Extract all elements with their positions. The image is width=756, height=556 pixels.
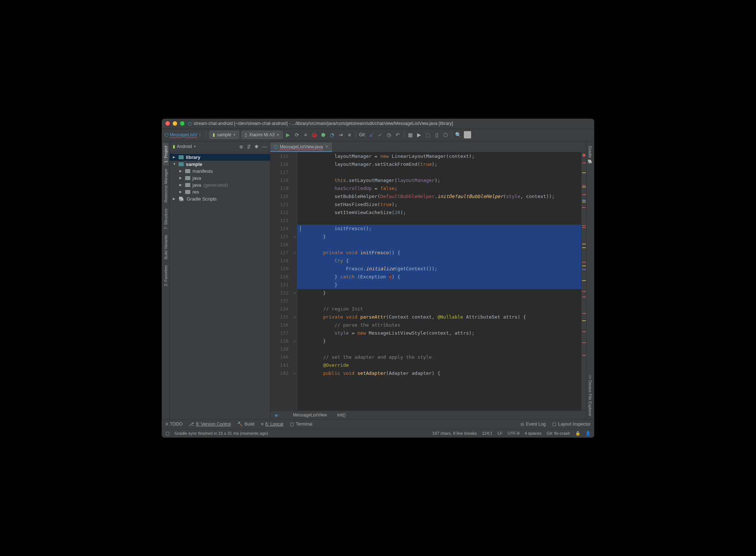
layout-inspector-icon: ▢ [552, 422, 556, 427]
folder-icon [185, 190, 190, 194]
status-message: Gradle sync finished in 15 s 31 ms (mome… [175, 431, 268, 435]
attach-debugger-icon[interactable]: ⇥ [337, 132, 344, 138]
class-icon [165, 133, 168, 137]
event-log-icon: ◎ [520, 422, 524, 427]
tree-label: java [192, 175, 201, 181]
maximize-window-button[interactable] [180, 121, 184, 126]
apply-changes-icon[interactable]: ⟳ [294, 132, 300, 138]
device-label: Xiaomi Mi A3 [249, 132, 275, 137]
profiler-icon[interactable]: ◔ [329, 132, 335, 138]
separator [206, 131, 206, 138]
coverage-icon[interactable]: ⬢ [320, 132, 327, 138]
error-stripe[interactable] [581, 152, 586, 411]
gradle-tool-tab[interactable]: Gradle 🐘 [587, 143, 593, 167]
build-tool-tab[interactable]: 🔨Build [237, 422, 255, 427]
nav-breadcrumb[interactable]: MessageListV 〉 [165, 132, 203, 138]
left-tool-rail: 1: Project Resource Manager 7: Structure… [162, 141, 170, 419]
ide-body: 1: Project Resource Manager 7: Structure… [162, 141, 594, 419]
module-icon [179, 162, 184, 166]
right-tool-rail: Gradle 🐘 ▯ Device File Explorer [586, 141, 594, 419]
code-editor[interactable]: 1151161171181191201211221231241251261271… [270, 152, 586, 411]
logcat-tool-tab[interactable]: ≡6: Logcat [261, 422, 283, 427]
inspector-icon[interactable]: 👤 [585, 431, 591, 436]
tree-item-java[interactable]: ▶java [170, 175, 270, 182]
resource-manager-tool-tab[interactable]: Resource Manager [163, 165, 169, 206]
line-ending[interactable]: LF [497, 431, 502, 435]
editor-tabs: MessageListView.java ✕ [270, 141, 586, 152]
tree-label-suffix: (generated) [203, 182, 228, 188]
breadcrumb-class[interactable]: MessageListView [293, 412, 327, 418]
git-history-icon[interactable]: ◷ [386, 132, 392, 138]
tree-item-gradle-scripts[interactable]: ▶🐘Gradle Scripts [170, 195, 270, 202]
device-dropdown[interactable]: ▯ Xiaomi Mi A3 ▼ [241, 131, 283, 139]
sync-icon[interactable]: ⬡ [442, 132, 449, 138]
separator [452, 131, 452, 138]
run-config-dropdown[interactable]: ▮ sample ▼ [209, 131, 239, 139]
tree-item-library[interactable]: ▶library [170, 154, 270, 161]
minimize-window-button[interactable] [173, 121, 177, 126]
project-view-dropdown[interactable]: ▮ Android ▼ [173, 144, 196, 149]
folder-icon [185, 169, 190, 173]
collapse-all-icon[interactable]: ⇵ [247, 144, 251, 149]
status-bar: ▢ Gradle sync finished in 15 s 31 ms (mo… [162, 429, 594, 438]
layout-inspector-tool-tab[interactable]: ▢Layout Inspector [552, 422, 591, 427]
breadcrumb-method[interactable]: init() [337, 412, 345, 418]
user-avatar[interactable] [464, 131, 471, 138]
structure-tool-tab[interactable]: 7: Structure [163, 206, 169, 232]
tree-item-java-generated[interactable]: ▶java (generated) [170, 182, 270, 188]
git-branch[interactable]: Git: fix-crash [546, 431, 570, 435]
branch-icon: ⎇ [189, 422, 194, 427]
tree-item-res[interactable]: ▶res [170, 188, 270, 195]
search-icon[interactable]: 🔍 [455, 132, 462, 138]
status-icon[interactable]: ▢ [165, 431, 169, 436]
project-view-label: Android [177, 144, 192, 149]
git-commit-icon[interactable]: ✓ [377, 132, 383, 138]
git-label: Git: [359, 132, 366, 137]
tree-item-sample[interactable]: ▼sample [170, 161, 270, 168]
build-variants-tool-tab[interactable]: Build Variants [163, 232, 169, 262]
class-icon [188, 122, 192, 126]
hide-icon[interactable]: — [262, 144, 267, 149]
run-button[interactable]: ▶ [285, 132, 291, 138]
debug-button[interactable]: 🐞 [311, 132, 318, 138]
project-tool-tab[interactable]: 1: Project [163, 143, 169, 165]
avd-manager-icon[interactable]: ▶ [416, 132, 423, 138]
git-update-icon[interactable]: ↙ [368, 132, 375, 138]
select-opened-file-icon[interactable]: ⊕ [239, 144, 243, 149]
tree-label: manifests [192, 168, 213, 174]
event-log-tool-tab[interactable]: ◎Event Log [520, 422, 546, 427]
ide-window: stream-chat-android [~/dev/stream-chat-a… [162, 119, 594, 438]
gradle-icon: 🐘 [179, 196, 184, 202]
sdk-manager-icon[interactable]: ⬚ [425, 132, 431, 138]
stop-button[interactable]: ■ [346, 132, 353, 138]
terminal-tool-tab[interactable]: ▢Terminal [290, 422, 312, 427]
editor-tab[interactable]: MessageListView.java ✕ [270, 142, 332, 152]
resource-manager-icon[interactable]: ▯ [434, 132, 440, 138]
settings-icon[interactable]: ✱ [255, 144, 259, 149]
terminal-icon: ▢ [290, 422, 294, 427]
titlebar: stream-chat-android [~/dev/stream-chat-a… [162, 119, 594, 129]
folder-icon [185, 183, 190, 187]
device-file-explorer-tool-tab[interactable]: ▯ Device File Explorer [587, 372, 593, 419]
override-gutter-icon[interactable]: ◉↑ [275, 413, 280, 417]
version-control-tool-tab[interactable]: ⎇9: Version Control [189, 422, 230, 427]
close-window-button[interactable] [165, 121, 170, 126]
close-tab-icon[interactable]: ✕ [325, 144, 328, 149]
favorites-tool-tab[interactable]: 2: Favorites [163, 262, 169, 289]
project-tree[interactable]: ▶library ▼sample ▶manifests ▶java ▶java … [170, 152, 270, 419]
code-content[interactable]: layoutManager = new LinearLayoutManager(… [297, 152, 581, 411]
git-revert-icon[interactable]: ↶ [394, 132, 401, 138]
file-encoding[interactable]: UTF-8 [508, 431, 520, 435]
caret-position[interactable]: 124:1 [482, 431, 493, 435]
hammer-icon: 🔨 [237, 422, 243, 427]
project-structure-icon[interactable]: ▦ [407, 132, 414, 138]
logcat-icon: ≡ [261, 422, 264, 427]
breadcrumb-bar: ◉↑ MessageListView 〉 init() [270, 411, 586, 419]
todo-tool-tab[interactable]: ≡TODO [165, 422, 182, 427]
window-controls [165, 121, 184, 126]
project-sidebar: ▮ Android ▼ ⊕ ⇵ ✱ — ▶library ▼sample [170, 141, 270, 419]
indent-setting[interactable]: 4 spaces [524, 431, 541, 435]
apply-code-icon[interactable]: ≡ [302, 132, 309, 138]
lock-icon[interactable]: 🔒 [575, 431, 580, 436]
tree-item-manifests[interactable]: ▶manifests [170, 168, 270, 175]
